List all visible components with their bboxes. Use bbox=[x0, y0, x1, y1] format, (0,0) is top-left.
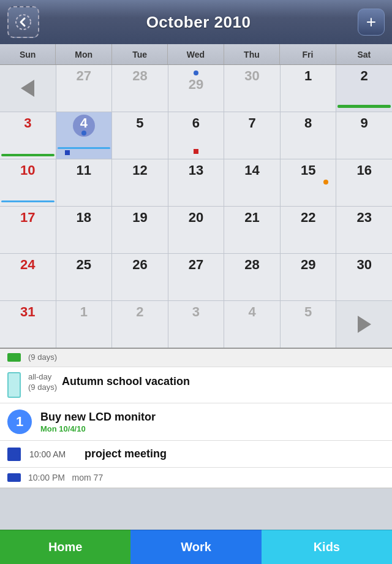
day-cell-next-5[interactable]: 5 bbox=[281, 301, 336, 348]
events-area: (9 days) all-day (9 days) Autumn school … bbox=[0, 349, 392, 489]
day-cell-oct-30[interactable]: 30 bbox=[336, 254, 392, 300]
event-allday-label: all-day bbox=[28, 372, 57, 383]
day-cell-oct-28[interactable]: 28 bbox=[224, 254, 280, 300]
green-indicator bbox=[7, 353, 21, 362]
tab-work-label: Work bbox=[181, 540, 211, 554]
day-cell-oct-6[interactable]: 6 bbox=[168, 112, 224, 159]
calendar-header: October 2010 + bbox=[0, 0, 392, 44]
day-cell-oct-8[interactable]: 8 bbox=[281, 112, 336, 159]
day-cell-prev-29[interactable]: 29 bbox=[168, 65, 224, 112]
day-cell-oct-14[interactable]: 14 bbox=[224, 159, 280, 206]
tab-home[interactable]: Home bbox=[0, 530, 130, 564]
day-cell-next-1[interactable]: 1 bbox=[56, 301, 112, 348]
header-fri: Fri bbox=[280, 44, 336, 64]
header-sat: Sat bbox=[336, 44, 392, 64]
day-cell-oct-1[interactable]: 1 bbox=[281, 65, 336, 112]
day-cell-oct-21[interactable]: 21 bbox=[224, 207, 280, 253]
event-autumn-title: Autumn school vacation bbox=[62, 375, 190, 389]
day-cell-oct-26[interactable]: 26 bbox=[112, 254, 168, 300]
header-sun: Sun bbox=[0, 44, 56, 64]
event-row-green-partial: (9 days) bbox=[0, 349, 392, 367]
day-cell-oct-5[interactable]: 5 bbox=[112, 112, 168, 159]
tab-work[interactable]: Work bbox=[130, 530, 261, 564]
day-cell-oct-17[interactable]: 17 bbox=[0, 207, 56, 253]
day-cell-oct-10[interactable]: 10 bbox=[0, 159, 56, 206]
day-cell-oct-27[interactable]: 27 bbox=[168, 254, 224, 300]
event-row-meeting[interactable]: 10:00 AM project meeting bbox=[0, 441, 392, 468]
day-cell-oct-11[interactable]: 11 bbox=[56, 159, 112, 206]
nav-prev-cell[interactable] bbox=[0, 65, 56, 112]
calendar-grid: 27 28 29 30 1 2 3 4 5 6 7 8 9 bbox=[0, 65, 392, 349]
day-cell-next-2[interactable]: 2 bbox=[112, 301, 168, 348]
day-cell-oct-2[interactable]: 2 bbox=[336, 65, 392, 112]
calendar-title: October 2010 bbox=[146, 13, 251, 32]
day-cell-oct-25[interactable]: 25 bbox=[56, 254, 112, 300]
event-row-autumn[interactable]: all-day (9 days) Autumn school vacation bbox=[0, 367, 392, 403]
event-days-label: (9 days) bbox=[28, 352, 57, 363]
tab-bar: Home Work Kids bbox=[0, 530, 392, 564]
day-cell-oct-7[interactable]: 7 bbox=[224, 112, 280, 159]
day-headers-row: Sun Mon Tue Wed Thu Fri Sat bbox=[0, 44, 392, 65]
day-cell-oct-13[interactable]: 13 bbox=[168, 159, 224, 206]
day-cell-oct-16[interactable]: 16 bbox=[336, 159, 392, 206]
event-sq-blue-partial bbox=[7, 473, 21, 482]
header-wed: Wed bbox=[168, 44, 224, 64]
day-cell-oct-18[interactable]: 18 bbox=[56, 207, 112, 253]
day-cell-oct-31[interactable]: 31 bbox=[0, 301, 56, 348]
event-lcd-date: Mon 10/4/10 bbox=[40, 424, 156, 433]
event-partial-text: 10:00 PM mom 77 bbox=[28, 473, 103, 482]
header-tue: Tue bbox=[112, 44, 168, 64]
nav-next-cell[interactable] bbox=[336, 301, 392, 348]
day-cell-prev-30[interactable]: 30 bbox=[224, 65, 280, 112]
day-cell-prev-28[interactable]: 28 bbox=[112, 65, 168, 112]
tab-home-label: Home bbox=[48, 540, 83, 554]
tab-kids[interactable]: Kids bbox=[262, 530, 392, 564]
day-cell-oct-20[interactable]: 20 bbox=[168, 207, 224, 253]
tab-kids-label: Kids bbox=[314, 540, 340, 554]
event-sq-indicator bbox=[65, 150, 70, 155]
day-cell-oct-23[interactable]: 23 bbox=[336, 207, 392, 253]
add-event-button[interactable]: + bbox=[358, 9, 385, 36]
event-lcd-title: Buy new LCD monitor bbox=[40, 410, 156, 424]
day-cell-next-4[interactable]: 4 bbox=[224, 301, 280, 348]
day-cell-oct-15[interactable]: 15 bbox=[281, 159, 336, 206]
day-cell-oct-24[interactable]: 24 bbox=[0, 254, 56, 300]
day-cell-oct-29[interactable]: 29 bbox=[281, 254, 336, 300]
header-thu: Thu bbox=[224, 44, 280, 64]
back-button[interactable] bbox=[7, 6, 39, 38]
svg-point-0 bbox=[16, 15, 31, 29]
day-cell-next-3[interactable]: 3 bbox=[168, 301, 224, 348]
day-cell-oct-3[interactable]: 3 bbox=[0, 112, 56, 159]
event-row-partial-bottom: 10:00 PM mom 77 bbox=[0, 468, 392, 488]
event-days-count: (9 days) bbox=[28, 383, 57, 393]
day-cell-oct-9[interactable]: 9 bbox=[336, 112, 392, 159]
cyan-indicator bbox=[7, 372, 21, 398]
event-meeting-title: project meeting bbox=[85, 447, 167, 461]
event-sq-blue bbox=[7, 448, 21, 461]
event-dot-red bbox=[194, 149, 198, 154]
header-mon: Mon bbox=[56, 44, 111, 64]
event-meeting-time: 10:00 AM bbox=[29, 449, 78, 459]
event-row-lcd[interactable]: 1 Buy new LCD monitor Mon 10/4/10 bbox=[0, 403, 392, 441]
day-cell-oct-19[interactable]: 19 bbox=[112, 207, 168, 253]
day-cell-oct-12[interactable]: 12 bbox=[112, 159, 168, 206]
task-badge-1: 1 bbox=[7, 410, 32, 434]
day-cell-oct-4[interactable]: 4 bbox=[56, 112, 112, 159]
day-cell-prev-27[interactable]: 27 bbox=[56, 65, 112, 112]
day-cell-oct-22[interactable]: 22 bbox=[281, 207, 336, 253]
